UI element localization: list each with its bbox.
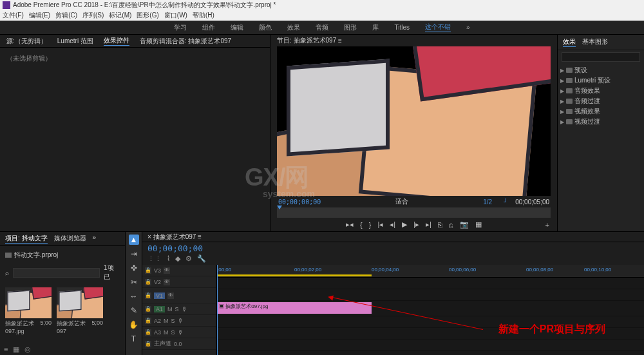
settings-icon[interactable]: ⚙ [185, 254, 192, 263]
mark-in-icon[interactable]: ▸◂ [346, 220, 354, 229]
marker-icon[interactable]: ◆ [175, 254, 180, 263]
program-fraction[interactable]: 1/2 [483, 198, 492, 206]
slip-tool-icon[interactable]: ↔ [129, 291, 139, 302]
menu-window[interactable]: 窗口(W) [164, 11, 187, 20]
tree-video-effects[interactable]: ▶视频效果 [560, 106, 641, 117]
ws-learn[interactable]: 学习 [174, 23, 187, 32]
source-panel: 源:（无剪辑） Lumetri 范围 效果控件 音频剪辑混合器: 抽象派艺术09… [0, 35, 270, 231]
tab-audio-mixer[interactable]: 音频剪辑混合器: 抽象派艺术097 [140, 37, 231, 46]
workspace-bar: 学习 组件 编辑 颜色 效果 音频 图形 库 Titles 这个不错 » [0, 21, 644, 35]
source-tabs: 源:（无剪辑） Lumetri 范围 效果控件 音频剪辑混合器: 抽象派艺术09… [0, 35, 270, 48]
track-header-v2[interactable]: 🔒V2👁 [142, 276, 216, 288]
program-fit-dropdown[interactable]: 适合 [395, 197, 408, 206]
linked-selection-icon[interactable]: ⌇ [167, 254, 170, 263]
menu-clip[interactable]: 剪辑(C) [55, 11, 77, 20]
work-area-bar[interactable] [217, 274, 372, 276]
tab-project[interactable]: 项目: 抖动文字 [5, 234, 48, 244]
menu-help[interactable]: 帮助(H) [193, 11, 214, 20]
extract-icon[interactable]: ⎌ [449, 221, 453, 229]
no-clip-text: （未选择剪辑） [6, 55, 52, 62]
program-timecode-left[interactable]: 00;00;00;00 [278, 198, 321, 206]
timeline-track-area[interactable]: ;00;00 00;00;02;00 00;00;04;00 00;00;06;… [217, 265, 644, 355]
project-view-icons: ≡ ▦ ◎ [4, 345, 31, 354]
ws-libraries[interactable]: 库 [372, 23, 379, 32]
mark-out-icon[interactable]: { [360, 221, 363, 229]
track-master[interactable] [217, 351, 644, 355]
track-v3[interactable] [217, 278, 644, 289]
track-header-a1[interactable]: 🔒A1MS🎙 [142, 303, 216, 315]
hand-tool-icon[interactable]: ✋ [129, 320, 139, 330]
ws-audio[interactable]: 音频 [316, 23, 328, 32]
ws-graphics[interactable]: 图形 [344, 23, 357, 32]
program-scrubber[interactable] [277, 207, 551, 218]
ws-color[interactable]: 颜色 [259, 23, 272, 32]
timeline-timecode[interactable]: 00;00;00;00 [142, 242, 644, 254]
program-viewer[interactable] [277, 46, 551, 196]
ws-editing[interactable]: 编辑 [231, 23, 243, 32]
project-item[interactable]: 抽象派艺术0975;00 [57, 287, 103, 334]
ws-effects[interactable]: 效果 [287, 23, 300, 32]
timeline-ruler[interactable]: ;00;00 00;00;02;00 00;00;04;00 00;00;06;… [217, 265, 644, 278]
comparison-icon[interactable]: ▦ [475, 220, 482, 229]
search-icon[interactable]: ⌕ [5, 269, 9, 276]
tree-presets[interactable]: ▶预设 [560, 65, 641, 75]
ripple-edit-tool-icon[interactable]: ✜ [129, 263, 139, 273]
snap-icon[interactable]: ⋮⋮ [147, 254, 162, 263]
timeline-clip[interactable]: ▣ 抽象派艺术097.jpg [217, 302, 372, 314]
menu-edit[interactable]: 编辑(E) [29, 11, 50, 20]
freeform-view-icon[interactable]: ◎ [24, 345, 31, 354]
selection-tool-icon[interactable]: ▲ [129, 235, 139, 245]
tree-audio-transitions[interactable]: ▶音频过渡 [560, 96, 641, 106]
mark-clip-icon[interactable]: } [369, 221, 372, 229]
tree-audio-effects[interactable]: ▶音频效果 [560, 86, 641, 96]
lift-icon[interactable]: ⎘ [438, 221, 442, 229]
ws-titles[interactable]: Titles [394, 24, 410, 31]
playhead-icon[interactable] [277, 206, 282, 209]
track-header-master[interactable]: 🔒主声道0.0 [142, 338, 216, 350]
tab-essential-graphics[interactable]: 基本图形 [582, 37, 608, 47]
tab-overflow-icon[interactable]: » [93, 234, 97, 244]
track-header-v3[interactable]: 🔒V3👁 [142, 265, 216, 276]
step-fwd-icon[interactable]: |▸ [413, 220, 419, 229]
go-out-icon[interactable]: ▸| [426, 220, 431, 229]
menu-graphics[interactable]: 图形(G) [137, 11, 158, 20]
menu-file[interactable]: 文件(F) [3, 11, 24, 20]
project-search-input[interactable] [13, 268, 100, 278]
track-select-tool-icon[interactable]: ⇥ [129, 249, 139, 259]
sequence-tab[interactable]: × 抽象派艺术097 ≡ [147, 233, 202, 242]
track-header-v1[interactable]: 🔒V1👁 [142, 288, 216, 303]
tab-source[interactable]: 源:（无剪辑） [6, 37, 47, 46]
tree-video-transitions[interactable]: ▶视频过渡 [560, 117, 641, 127]
track-a3[interactable] [217, 340, 644, 351]
type-tool-icon[interactable]: T [129, 334, 139, 344]
menu-marker[interactable]: 标记(M) [109, 11, 131, 20]
track-header-a3[interactable]: 🔒A3MS🎙 [142, 327, 216, 338]
tree-lumetri-presets[interactable]: ▶Lumetri 预设 [560, 75, 641, 86]
export-frame-icon[interactable]: 📷 [460, 220, 469, 229]
tab-effect-controls[interactable]: 效果控件 [104, 36, 129, 46]
track-header-a2[interactable]: 🔒A2MS🎙 [142, 315, 216, 327]
ws-custom[interactable]: 这个不错 [425, 23, 451, 32]
ws-assembly[interactable]: 组件 [202, 23, 215, 32]
step-back-icon[interactable]: ◂| [390, 220, 395, 229]
go-in-icon[interactable]: |◂ [377, 220, 383, 229]
track-a1[interactable] [217, 316, 644, 328]
track-a2[interactable] [217, 328, 644, 340]
track-v1[interactable]: ▣ 抽象派艺术097.jpg [217, 301, 644, 316]
ws-overflow-icon[interactable]: » [466, 24, 470, 31]
menu-sequence[interactable]: 序列(S) [82, 11, 104, 20]
list-view-icon[interactable]: ≡ [4, 345, 8, 354]
timeline-playhead[interactable] [217, 265, 218, 355]
tab-effects[interactable]: 效果 [563, 37, 576, 47]
button-editor-icon[interactable]: + [545, 221, 549, 229]
tab-media-browser[interactable]: 媒体浏览器 [54, 234, 86, 244]
play-icon[interactable]: ▶ [402, 220, 407, 229]
wrench-icon[interactable]: 🔧 [197, 254, 206, 263]
effects-search-input[interactable] [562, 52, 640, 62]
razor-tool-icon[interactable]: ✂ [129, 277, 139, 287]
icon-view-icon[interactable]: ▦ [13, 345, 19, 354]
tab-lumetri-scopes[interactable]: Lumetri 范围 [57, 37, 93, 46]
track-v2[interactable] [217, 289, 644, 301]
project-item[interactable]: 抽象派艺术097.jpg5;00 [5, 287, 52, 334]
pen-tool-icon[interactable]: ✎ [129, 305, 139, 316]
